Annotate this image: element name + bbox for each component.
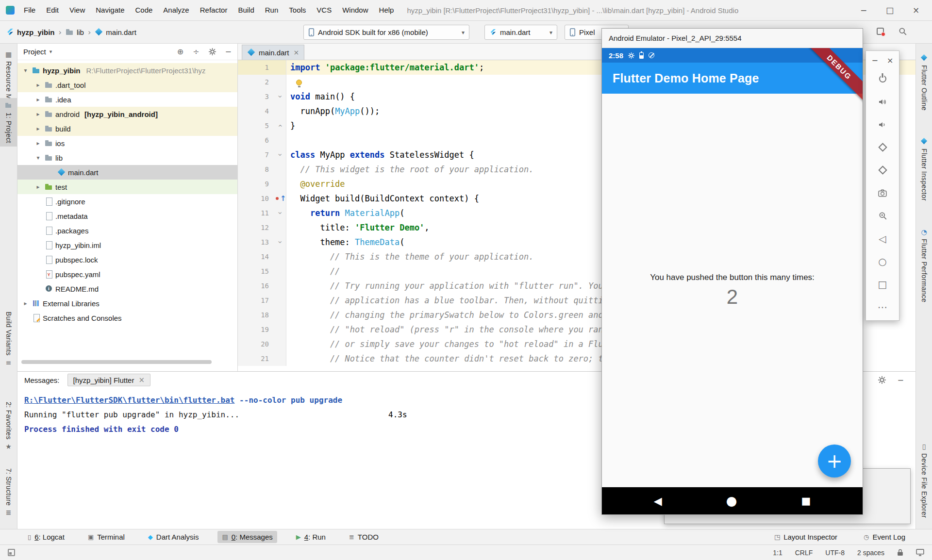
- tree-item-build[interactable]: ▸build: [17, 121, 237, 136]
- emulator-back-button[interactable]: ◁: [866, 227, 899, 250]
- stripe-button-build-variants[interactable]: Build Variants ≡: [0, 308, 17, 369]
- toolwindow-button-layout-inspector[interactable]: ◳Layout Inspector: [770, 531, 842, 543]
- menu-analyze[interactable]: Analyze: [158, 0, 194, 20]
- power-button[interactable]: [866, 67, 899, 90]
- chevron-right-icon[interactable]: ▸: [34, 111, 42, 117]
- tree-item-lib[interactable]: ▾lib: [17, 150, 237, 165]
- zoom-button[interactable]: [866, 204, 899, 227]
- volume-up-button[interactable]: [866, 90, 899, 113]
- stripe-button-device-file-explorer[interactable]: ▯ Device File Explorer: [916, 440, 932, 521]
- tree-item-packages[interactable]: .packages: [17, 223, 237, 238]
- emulator-overview-button[interactable]: □: [866, 273, 899, 296]
- tree-item-external-libraries[interactable]: ▸External Libraries: [17, 296, 237, 311]
- chevron-down-icon[interactable]: ▾: [21, 67, 30, 74]
- tool-window-switcher-icon[interactable]: [8, 549, 15, 556]
- rotate-left-button[interactable]: [866, 136, 899, 159]
- readonly-lock-icon[interactable]: [897, 549, 903, 556]
- indent-widget[interactable]: 2 spaces: [857, 549, 884, 557]
- chevron-right-icon[interactable]: ▸: [21, 300, 30, 307]
- settings-gear-icon[interactable]: [209, 48, 216, 55]
- tab-close-icon[interactable]: ×: [294, 49, 300, 56]
- breadcrumb-project[interactable]: hyzp_yibin: [17, 28, 55, 36]
- toolwindow-button-4-run[interactable]: ▶4: Run: [292, 531, 330, 543]
- fold-marker-icon[interactable]: [275, 235, 286, 249]
- menu-run[interactable]: Run: [260, 0, 284, 20]
- stripe-button-project[interactable]: 1: Project: [0, 98, 17, 147]
- chevron-down-icon[interactable]: ▾: [50, 49, 52, 55]
- emulator-more-button[interactable]: ⋯: [866, 296, 899, 318]
- toolwindow-button-6-logcat[interactable]: ▯6: Logcat: [23, 531, 69, 543]
- chevron-right-icon[interactable]: ▸: [34, 140, 42, 147]
- stripe-button-flutter-inspector[interactable]: Flutter Inspector: [916, 134, 932, 204]
- stripe-button-favorites[interactable]: 2: Favorites ★: [0, 398, 17, 453]
- chevron-right-icon[interactable]: ▸: [34, 125, 42, 132]
- run-config-dropdown[interactable]: main.dart ▾: [484, 25, 557, 40]
- tree-item-readme-md[interactable]: README.md: [17, 281, 237, 296]
- tree-item-main-dart[interactable]: main.dart: [17, 165, 237, 180]
- hide-panel-icon[interactable]: −: [225, 47, 232, 56]
- messages-tab-flutter[interactable]: [hyzp_yibin] Flutter ×: [67, 374, 150, 386]
- screenshot-button[interactable]: [866, 181, 899, 204]
- tree-item-pubspec-lock[interactable]: pubspec.lock: [17, 252, 237, 267]
- tree-item-ios[interactable]: ▸ios: [17, 136, 237, 150]
- tree-item-hyzp-yibin-iml[interactable]: hyzp_yibin.iml: [17, 238, 237, 252]
- nav-back-button[interactable]: ◀: [654, 495, 662, 507]
- screen-indicator-icon[interactable]: [916, 549, 924, 556]
- device-selector-dropdown[interactable]: Android SDK built for x86 (mobile) ▾: [303, 25, 469, 40]
- tree-item-pubspec-yaml[interactable]: pubspec.yaml: [17, 267, 237, 281]
- horizontal-scrollbar[interactable]: [21, 360, 212, 364]
- tree-item-test[interactable]: ▸test: [17, 180, 237, 194]
- nav-overview-button[interactable]: ■: [801, 495, 811, 507]
- menu-build[interactable]: Build: [233, 0, 259, 20]
- window-maximize-button[interactable]: □: [885, 5, 894, 15]
- emulator-home-button[interactable]: ○: [866, 250, 899, 273]
- menu-tools[interactable]: Tools: [283, 0, 311, 20]
- tree-item-dart-tool[interactable]: ▸.dart_tool: [17, 78, 237, 92]
- menu-vcs[interactable]: VCS: [311, 0, 337, 20]
- menu-file[interactable]: File: [18, 0, 41, 20]
- menu-help[interactable]: Help: [374, 0, 399, 20]
- menu-code[interactable]: Code: [130, 0, 158, 20]
- fab-add-button[interactable]: +: [818, 445, 851, 478]
- toolwindow-button-event-log[interactable]: ◷Event Log: [859, 531, 910, 543]
- stripe-button-flutter-outline[interactable]: Flutter Outline: [916, 50, 932, 114]
- caret-position-widget[interactable]: 1:1: [773, 549, 782, 557]
- collapse-all-icon[interactable]: ÷: [193, 47, 199, 56]
- menu-edit[interactable]: Edit: [41, 0, 64, 20]
- rotate-right-button[interactable]: [866, 159, 899, 181]
- emulator-minimize-button[interactable]: −: [872, 56, 878, 65]
- chevron-right-icon[interactable]: ▸: [34, 96, 42, 103]
- chevron-right-icon[interactable]: ▸: [34, 183, 42, 190]
- fold-marker-icon[interactable]: [275, 89, 286, 104]
- emulator-title-bar[interactable]: Android Emulator - Pixel_2_API_29:5554: [602, 29, 863, 48]
- stripe-button-structure[interactable]: 7: Structure ≣: [0, 465, 17, 519]
- menu-view[interactable]: View: [64, 0, 90, 20]
- toolwindow-button-dart-analysis[interactable]: ◆Dart Analysis: [144, 531, 203, 543]
- override-marker-icon[interactable]: [275, 191, 286, 206]
- tree-item-scratches-and-consoles[interactable]: Scratches and Consoles: [17, 311, 237, 325]
- menu-refactor[interactable]: Refactor: [195, 0, 233, 20]
- intention-bulb-icon[interactable]: [296, 80, 302, 85]
- tree-item-idea[interactable]: ▸.idea: [17, 92, 237, 107]
- window-minimize-button[interactable]: −: [859, 5, 868, 15]
- volume-down-button[interactable]: [866, 113, 899, 136]
- window-close-button[interactable]: ×: [912, 5, 920, 15]
- locate-file-icon[interactable]: ⊕: [177, 47, 183, 56]
- fold-marker-icon[interactable]: [275, 206, 286, 220]
- search-everywhere-icon[interactable]: [899, 27, 907, 37]
- toolwindow-button-0-messages[interactable]: ▤0: Messages: [217, 531, 277, 543]
- editor-tab-main-dart[interactable]: main.dart ×: [242, 45, 304, 60]
- menu-window[interactable]: Window: [337, 0, 373, 20]
- stripe-button-flutter-performance[interactable]: ◔ Flutter Performance: [916, 225, 932, 306]
- breadcrumb-main-dart[interactable]: main.dart: [106, 28, 136, 36]
- encoding-widget[interactable]: UTF-8: [825, 549, 845, 557]
- fold-marker-icon[interactable]: [275, 118, 286, 133]
- chevron-right-icon[interactable]: ▸: [34, 82, 42, 88]
- toolwindow-button-terminal[interactable]: ▣Terminal: [83, 531, 129, 543]
- emulator-screen[interactable]: 2:58 Flutter Demo Home Page DEBUG You ha…: [602, 48, 863, 514]
- nav-home-button[interactable]: ●: [726, 494, 737, 508]
- console-command-link[interactable]: R:\Flutter\FlutterSDK\flutter\bin\flutte…: [24, 395, 234, 405]
- tree-item-android[interactable]: ▸android[hyzp_yibin_android]: [17, 107, 237, 121]
- menu-navigate[interactable]: Navigate: [90, 0, 130, 20]
- tree-item-gitignore[interactable]: .gitignore: [17, 194, 237, 209]
